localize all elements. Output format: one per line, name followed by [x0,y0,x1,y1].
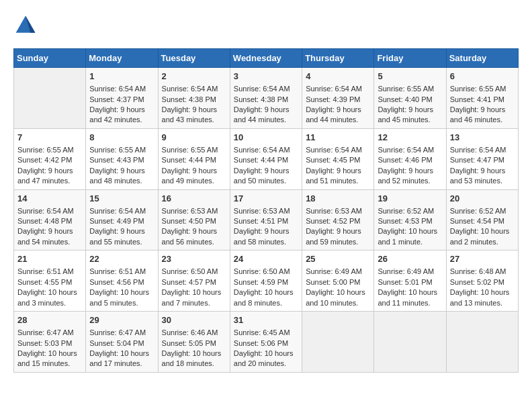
day-info: and 52 minutes. [378,176,442,186]
day-info: and 46 minutes. [450,115,515,125]
calendar-cell: 14Sunrise: 6:54 AMSunset: 4:48 PMDayligh… [14,189,86,250]
day-info: Sunrise: 6:47 AM [17,328,82,338]
page-header [13,13,519,38]
day-number: 12 [378,132,442,144]
day-number: 18 [306,193,370,205]
day-info: and 53 minutes. [450,176,515,186]
calendar-cell: 18Sunrise: 6:53 AMSunset: 4:52 PMDayligh… [302,189,374,250]
day-number: 25 [306,253,370,265]
day-info: Sunrise: 6:48 AM [450,267,515,277]
day-info: Sunrise: 6:51 AM [89,267,154,277]
calendar-cell: 24Sunrise: 6:50 AMSunset: 4:59 PMDayligh… [230,250,302,312]
day-info: and 59 minutes. [306,237,370,247]
day-info: Sunrise: 6:55 AM [17,145,82,155]
day-info: and 54 minutes. [17,237,82,247]
calendar-cell: 28Sunrise: 6:47 AMSunset: 5:03 PMDayligh… [14,312,86,373]
day-info: and 13 minutes. [450,298,515,308]
day-info: and 10 minutes. [306,298,370,308]
calendar-cell: 19Sunrise: 6:52 AMSunset: 4:53 PMDayligh… [374,189,446,250]
calendar-cell: 13Sunrise: 6:54 AMSunset: 4:47 PMDayligh… [446,128,518,189]
calendar-cell: 8Sunrise: 6:55 AMSunset: 4:43 PMDaylight… [86,128,158,189]
day-number: 7 [17,132,82,144]
day-info: and 7 minutes. [162,298,226,308]
calendar-cell: 20Sunrise: 6:52 AMSunset: 4:54 PMDayligh… [446,189,518,250]
day-info: Sunrise: 6:45 AM [234,328,298,338]
day-number: 21 [17,253,82,265]
day-info: Daylight: 10 hours [450,287,515,298]
day-info: Daylight: 10 hours [89,287,154,298]
day-number: 23 [162,253,226,265]
day-info: and 3 minutes. [17,298,82,308]
day-info: Sunrise: 6:55 AM [378,84,442,94]
day-info: Sunrise: 6:54 AM [162,84,226,94]
day-info: Sunset: 4:37 PM [89,95,154,105]
day-info: Sunset: 4:44 PM [234,155,298,165]
calendar-cell: 17Sunrise: 6:53 AMSunset: 4:51 PMDayligh… [230,189,302,250]
day-info: and 8 minutes. [234,298,298,308]
day-info: Sunset: 4:47 PM [450,155,515,165]
day-info: and 55 minutes. [89,237,154,247]
day-info: and 11 minutes. [378,298,442,308]
day-info: and 5 minutes. [89,298,154,308]
day-info: Daylight: 9 hours [17,166,82,176]
day-number: 15 [89,193,154,205]
day-info: Sunset: 4:59 PM [234,277,298,287]
day-info: Sunrise: 6:55 AM [162,145,226,155]
day-info: Sunrise: 6:54 AM [234,84,298,94]
day-info: Daylight: 10 hours [306,287,370,298]
day-number: 29 [89,314,154,326]
calendar-cell: 26Sunrise: 6:49 AMSunset: 5:01 PMDayligh… [374,250,446,312]
day-info: Daylight: 9 hours [450,166,515,176]
day-info: Sunset: 5:00 PM [306,277,370,287]
day-info: Sunset: 4:48 PM [17,216,82,226]
day-info: Sunrise: 6:53 AM [162,206,226,216]
calendar-cell: 10Sunrise: 6:54 AMSunset: 4:44 PMDayligh… [230,128,302,189]
day-info: Sunset: 5:01 PM [378,277,442,287]
day-info: and 44 minutes. [234,115,298,125]
day-info: and 56 minutes. [162,237,226,247]
day-header-sunday: Sunday [14,49,86,68]
day-info: Sunrise: 6:52 AM [378,206,442,216]
day-info: Daylight: 9 hours [89,226,154,236]
day-info: Sunrise: 6:54 AM [17,206,82,216]
day-info: Sunrise: 6:54 AM [306,84,370,94]
day-info: Daylight: 9 hours [306,166,370,176]
day-info: and 49 minutes. [162,176,226,186]
day-info: Sunset: 5:03 PM [17,338,82,349]
day-info: Sunset: 4:56 PM [89,277,154,287]
day-number: 24 [234,253,298,265]
day-info: Daylight: 10 hours [89,349,154,359]
calendar-cell: 9Sunrise: 6:55 AMSunset: 4:44 PMDaylight… [158,128,230,189]
day-info: and 45 minutes. [378,115,442,125]
day-info: Sunrise: 6:54 AM [450,145,515,155]
day-number: 26 [378,253,442,265]
calendar-cell: 1Sunrise: 6:54 AMSunset: 4:37 PMDaylight… [86,68,158,129]
day-info: Sunrise: 6:54 AM [89,84,154,94]
calendar-cell: 15Sunrise: 6:54 AMSunset: 4:49 PMDayligh… [86,189,158,250]
day-info: Sunset: 4:50 PM [162,216,226,226]
day-info: Sunset: 4:41 PM [450,95,515,105]
logo [13,13,40,38]
calendar-cell: 30Sunrise: 6:46 AMSunset: 5:05 PMDayligh… [158,312,230,373]
day-info: Daylight: 9 hours [450,105,515,115]
day-info: Sunrise: 6:49 AM [378,267,442,277]
day-info: Sunrise: 6:49 AM [306,267,370,277]
day-info: and 18 minutes. [162,359,226,369]
day-number: 5 [378,71,442,83]
calendar-cell [14,68,86,129]
day-info: Daylight: 9 hours [89,166,154,176]
day-info: Daylight: 10 hours [234,349,298,359]
day-info: and 42 minutes. [89,115,154,125]
day-info: Sunset: 4:40 PM [378,95,442,105]
day-number: 3 [234,71,298,83]
day-info: Sunset: 4:39 PM [306,95,370,105]
calendar-week-3: 14Sunrise: 6:54 AMSunset: 4:48 PMDayligh… [14,189,519,250]
day-header-thursday: Thursday [302,49,374,68]
day-number: 28 [17,314,82,326]
calendar-cell: 7Sunrise: 6:55 AMSunset: 4:42 PMDaylight… [14,128,86,189]
calendar-cell: 3Sunrise: 6:54 AMSunset: 4:38 PMDaylight… [230,68,302,129]
day-number: 19 [378,193,442,205]
day-info: Daylight: 9 hours [162,105,226,115]
calendar-cell: 4Sunrise: 6:54 AMSunset: 4:39 PMDaylight… [302,68,374,129]
day-number: 6 [450,71,515,83]
